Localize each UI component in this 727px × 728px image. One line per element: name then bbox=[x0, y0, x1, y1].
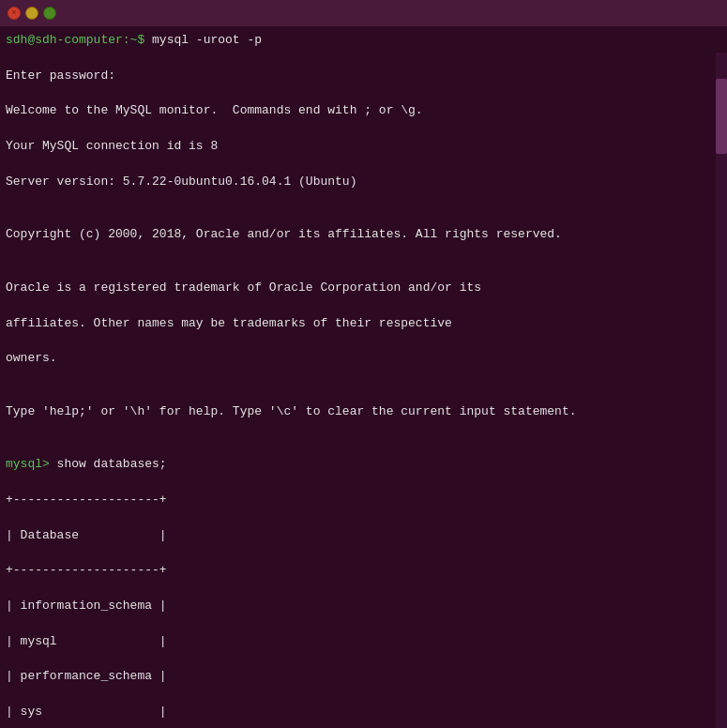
title-bar: × bbox=[0, 0, 727, 26]
terminal-line: | sys | bbox=[6, 704, 712, 721]
terminal-line: Your MySQL connection id is 8 bbox=[6, 138, 712, 156]
terminal-line: affiliates. Other names may be trademark… bbox=[6, 315, 712, 333]
terminal-line: | information_schema | bbox=[6, 598, 712, 615]
terminal-line: Enter password: bbox=[6, 68, 712, 85]
terminal-line: | Database | bbox=[6, 527, 712, 545]
close-button[interactable]: × bbox=[8, 7, 21, 20]
terminal-line: sdh@sdh-computer:~$ mysql -uroot -p bbox=[6, 32, 712, 50]
terminal-line: Server version: 5.7.22-0ubuntu0.16.04.1 … bbox=[6, 174, 712, 191]
terminal-line: | performance_schema | bbox=[6, 668, 712, 686]
maximize-button[interactable] bbox=[43, 7, 56, 20]
mysql-command: show databases; bbox=[50, 457, 167, 471]
terminal-line: +--------------------+ bbox=[6, 492, 712, 509]
minimize-button[interactable] bbox=[25, 7, 38, 20]
terminal-line: Copyright (c) 2000, 2018, Oracle and/or … bbox=[6, 226, 712, 244]
prompt-command: mysql -uroot -p bbox=[144, 33, 262, 47]
terminal-line: Type 'help;' or '\h' for help. Type '\c'… bbox=[6, 403, 712, 421]
terminal-line: Welcome to the MySQL monitor. Commands e… bbox=[6, 102, 712, 120]
terminal-line: mysql> show databases; bbox=[6, 456, 712, 474]
scrollbar-track[interactable] bbox=[716, 53, 727, 728]
terminal-window: × sdh@sdh-computer:~$ mysql -uroot -p En… bbox=[0, 0, 727, 728]
terminal-line: Oracle is a registered trademark of Orac… bbox=[6, 280, 712, 297]
mysql-prompt: mysql> bbox=[6, 457, 50, 471]
terminal-line: +--------------------+ bbox=[6, 562, 712, 580]
terminal-line: owners. bbox=[6, 350, 712, 368]
scrollbar-thumb[interactable] bbox=[716, 79, 727, 154]
prompt-user: sdh@sdh-computer:~$ bbox=[6, 33, 144, 47]
window-controls: × bbox=[8, 7, 56, 20]
terminal-content[interactable]: sdh@sdh-computer:~$ mysql -uroot -p Ente… bbox=[0, 26, 727, 728]
terminal-line: | mysql | bbox=[6, 633, 712, 651]
